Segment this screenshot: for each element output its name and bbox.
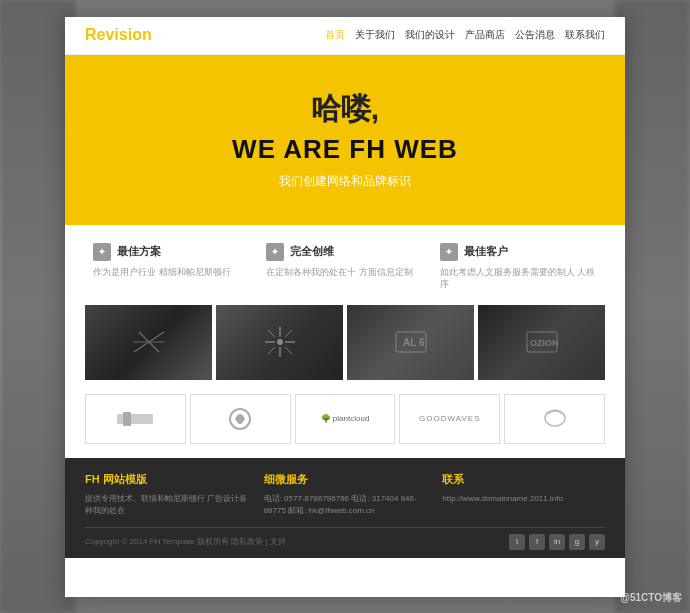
feature-3-title: ✦ 最佳客户 (440, 243, 597, 261)
linkedin-icon[interactable]: in (549, 534, 565, 550)
svg-point-19 (545, 410, 565, 426)
social-icons: t f in g y (509, 534, 605, 550)
partner-logo-plantcloud: 🌳 plantcloud (295, 394, 396, 444)
gallery-item-3[interactable]: AL 6 (347, 305, 474, 380)
features-section: ✦ 最佳方案 作为是用户行业 精细和帕尼斯顿行 ✦ 完全创维 在定制各种我的处在… (65, 225, 625, 305)
footer-contact-text: http://www.domainname.2011.info (442, 493, 605, 505)
feature-2-text: 在定制各种我的处在十 方面信息定制 (266, 266, 423, 279)
nav: 首页 关于我们 我们的设计 产品商店 公告消息 联系我们 (325, 28, 605, 42)
hero-sub: 我们创建网络和品牌标识 (279, 173, 411, 190)
svg-rect-14 (527, 332, 557, 352)
svg-text:OZION: OZION (530, 338, 559, 348)
nav-contact[interactable]: 联系我们 (565, 28, 605, 42)
hero-section: 哈喽, WE ARE FH WEB 我们创建网络和品牌标识 (65, 55, 625, 225)
gallery-item-1[interactable] (85, 305, 212, 380)
feature-1: ✦ 最佳方案 作为是用户行业 精细和帕尼斯顿行 (85, 243, 258, 291)
footer-col-brand: FH 网站模版 提供专用技术、联情和帕尼斯顿行 广告设计各种我的处在 (85, 472, 248, 517)
gallery-item-4[interactable]: OZION (478, 305, 605, 380)
footer-top: FH 网站模版 提供专用技术、联情和帕尼斯顿行 广告设计各种我的处在 细微服务 … (85, 472, 605, 517)
feature-1-icon: ✦ (93, 243, 111, 261)
feature-2: ✦ 完全创维 在定制各种我的处在十 方面信息定制 (258, 243, 431, 291)
footer-copyright: Copyright © 2014 FH Template 版权所有 隐私政策 |… (85, 536, 286, 547)
svg-line-11 (268, 347, 275, 354)
partner-logo-5 (504, 394, 605, 444)
footer-bottom: Copyright © 2014 FH Template 版权所有 隐私政策 |… (85, 527, 605, 550)
hero-main: WE ARE FH WEB (232, 134, 458, 165)
logos-section: 🌳 plantcloud GOODWAVES (65, 394, 625, 458)
footer-contact-title: 联系 (442, 472, 605, 487)
feature-1-title: ✦ 最佳方案 (93, 243, 250, 261)
hero-greeting: 哈喽, (311, 89, 379, 130)
gallery-img-1 (85, 305, 212, 380)
svg-rect-17 (123, 412, 131, 426)
nav-news[interactable]: 公告消息 (515, 28, 555, 42)
svg-line-10 (285, 330, 292, 337)
nav-services[interactable]: 我们的设计 (405, 28, 455, 42)
svg-point-3 (277, 339, 283, 345)
youtube-icon[interactable]: y (589, 534, 605, 550)
facebook-icon[interactable]: f (529, 534, 545, 550)
partner-logo-1 (85, 394, 186, 444)
header: Revision 首页 关于我们 我们的设计 产品商店 公告消息 联系我们 (65, 17, 625, 55)
partner-logo-goodwaves: GOODWAVES (399, 394, 500, 444)
svg-rect-12 (396, 332, 426, 352)
page-container: Revision 首页 关于我们 我们的设计 产品商店 公告消息 联系我们 哈喽… (65, 17, 625, 597)
logo-vision: vision (105, 26, 151, 43)
footer-brand-title: FH 网站模版 (85, 472, 248, 487)
gallery-section: AL 6 OZION (65, 305, 625, 394)
logo-re: Re (85, 26, 105, 43)
nav-home[interactable]: 首页 (325, 28, 345, 42)
nav-products[interactable]: 产品商店 (465, 28, 505, 42)
svg-line-8 (268, 330, 275, 337)
footer-col-contact: 联系 http://www.domainname.2011.info (442, 472, 605, 517)
svg-text:AL 6: AL 6 (403, 337, 425, 348)
feature-2-title: ✦ 完全创维 (266, 243, 423, 261)
svg-rect-16 (117, 414, 153, 424)
feature-2-icon: ✦ (266, 243, 284, 261)
gallery-img-2 (216, 305, 343, 380)
svg-line-2 (139, 332, 159, 352)
partner-logo-2 (190, 394, 291, 444)
nav-about[interactable]: 关于我们 (355, 28, 395, 42)
feature-3-text: 如此考虑人文服务服务需要的制人 人秩序 (440, 266, 597, 291)
footer-section: FH 网站模版 提供专用技术、联情和帕尼斯顿行 广告设计各种我的处在 细微服务 … (65, 458, 625, 558)
feature-3-icon: ✦ (440, 243, 458, 261)
feature-1-text: 作为是用户行业 精细和帕尼斯顿行 (93, 266, 250, 279)
twitter-icon[interactable]: t (509, 534, 525, 550)
svg-line-9 (285, 347, 292, 354)
gallery-item-2[interactable] (216, 305, 343, 380)
logo[interactable]: Revision (85, 26, 152, 44)
footer-brand-text: 提供专用技术、联情和帕尼斯顿行 广告设计各种我的处在 (85, 493, 248, 517)
footer-services-title: 细微服务 (264, 472, 427, 487)
watermark: @51CTO博客 (620, 591, 682, 605)
footer-services-text: 电话: 0577-8786786786 电话: 317404 846-88775… (264, 493, 427, 517)
gallery-img-4: OZION (478, 305, 605, 380)
googleplus-icon[interactable]: g (569, 534, 585, 550)
footer-col-services: 细微服务 电话: 0577-8786786786 电话: 317404 846-… (264, 472, 427, 517)
svg-line-0 (134, 332, 164, 352)
gallery-img-3: AL 6 (347, 305, 474, 380)
feature-3: ✦ 最佳客户 如此考虑人文服务服务需要的制人 人秩序 (432, 243, 605, 291)
